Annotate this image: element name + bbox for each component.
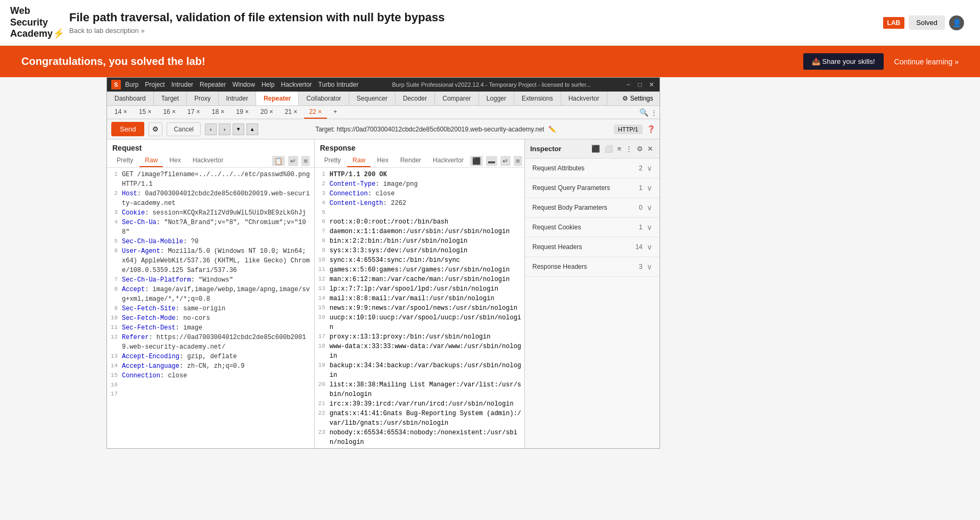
continue-link[interactable]: Continue learning »	[894, 57, 959, 66]
inspector-row[interactable]: Request Query Parameters1∨	[525, 178, 660, 198]
nav-buttons: ‹ › ▾ ▴	[205, 123, 258, 135]
menu-burp[interactable]: Burp	[125, 81, 138, 88]
line-content: list:x:38:38:Mailing List Manager:/var/l…	[330, 380, 524, 399]
response-code-area[interactable]: 1HTTP/1.1 200 OK2Content-Type: image/png…	[315, 168, 524, 448]
menu-project[interactable]: Project	[145, 81, 164, 88]
line-content: bin:x:2:2:bin:/bin:/usr/sbin/nologin	[330, 236, 524, 246]
edit-icon[interactable]: ✏️	[548, 126, 556, 133]
request-tab-raw[interactable]: Raw	[139, 154, 163, 167]
line-number: 12	[107, 333, 122, 352]
inspector-align-icon[interactable]: ≡	[616, 144, 622, 154]
settings-button[interactable]: ⚙ Settings	[616, 92, 660, 105]
banner-right: 📤 Share your skills! Continue learning »	[803, 53, 959, 70]
http-version-selector[interactable]: HTTP/1	[614, 125, 643, 134]
menu-turbo-intruder[interactable]: Turbo Intruder	[318, 81, 359, 88]
response-line: 17proxy:x:13:13:proxy:/bin:/usr/sbin/nol…	[315, 332, 524, 342]
solved-label: Solved	[916, 19, 937, 27]
request-line: 10Sec-Fetch-Mode: no-cors	[107, 313, 314, 323]
user-avatar[interactable]: 👤	[949, 15, 964, 30]
response-wrap-icon[interactable]: ≡	[514, 156, 522, 166]
line-content: backup:x:34:34:backup:/var/backups:/usr/…	[330, 361, 524, 380]
share-button[interactable]: 📤 Share your skills!	[803, 53, 884, 70]
tab-15[interactable]: 15 ×	[134, 106, 157, 119]
nav-back-button[interactable]: ‹	[205, 123, 217, 135]
nav-up-button[interactable]: ▴	[246, 123, 258, 135]
cancel-button[interactable]: Cancel	[167, 122, 200, 136]
request-tab-pretty[interactable]: Pretty	[111, 154, 138, 167]
tab-collaborator[interactable]: Collaborator	[299, 92, 349, 105]
menu-intruder[interactable]: Intruder	[171, 81, 193, 88]
help-icon[interactable]: ❓	[647, 125, 655, 133]
response-tab-hackvertor[interactable]: Hackvertor	[427, 154, 469, 167]
request-code-area[interactable]: 1GET /image?filename=../../../../etc/pas…	[107, 168, 314, 448]
inspector-view-icon1[interactable]: ⬛	[590, 144, 601, 154]
tab-21[interactable]: 21 ×	[279, 106, 303, 119]
inspector-view-icon2[interactable]: ⬜	[603, 144, 614, 154]
request-wrap-icon[interactable]: ≡	[301, 156, 310, 166]
tab-sequencer[interactable]: Sequencer	[349, 92, 396, 105]
tab-17[interactable]: 17 ×	[182, 106, 205, 119]
tab-decoder[interactable]: Decoder	[396, 92, 435, 105]
tab-extensions[interactable]: Extensions	[514, 92, 561, 105]
inspector-row[interactable]: Request Headers14∨	[525, 237, 660, 257]
tab-comparer[interactable]: Comparer	[435, 92, 479, 105]
tab-target[interactable]: Target	[154, 92, 187, 105]
line-number: 4	[107, 218, 122, 237]
minimize-button[interactable]: −	[624, 81, 632, 88]
inspector-row[interactable]: Request Body Parameters0∨	[525, 198, 660, 218]
inspector-row[interactable]: Request Attributes2∨	[525, 159, 660, 178]
tab-20[interactable]: 20 ×	[255, 106, 278, 119]
menu-window[interactable]: Window	[232, 81, 255, 88]
request-settings-button[interactable]: ⚙	[149, 122, 162, 136]
tab-logger[interactable]: Logger	[479, 92, 514, 105]
request-tab-hackvertor[interactable]: Hackvertor	[187, 154, 229, 167]
tab-more-icon[interactable]: ⋮	[650, 109, 657, 117]
line-number: 14	[315, 294, 330, 303]
request-copy-icon[interactable]: 📋	[272, 156, 285, 166]
nav-down-button[interactable]: ▾	[233, 123, 244, 135]
tab-dashboard[interactable]: Dashboard	[107, 92, 154, 105]
request-title: Request	[107, 139, 314, 154]
inspector-settings-icon[interactable]: ⚙	[636, 144, 644, 154]
line-content: man:x:6:12:man:/var/cache/man:/usr/sbin/…	[330, 275, 524, 284]
tab-18[interactable]: 18 ×	[207, 106, 230, 119]
response-tab-hex[interactable]: Hex	[372, 154, 393, 167]
tab-hackvertor[interactable]: Hackvertor	[561, 92, 607, 105]
response-ln-icon[interactable]: ↵	[500, 156, 510, 166]
inspector-close-icon[interactable]: ✕	[646, 144, 654, 154]
request-tab-icons: 📋 ↵ ≡	[272, 156, 310, 166]
response-view-icon1[interactable]: ⬛	[470, 156, 483, 166]
tab-add[interactable]: +	[328, 106, 342, 119]
tab-14[interactable]: 14 ×	[109, 106, 133, 119]
response-title: Response	[315, 139, 524, 154]
lab-title: File path traversal, validation of file …	[69, 11, 872, 24]
maximize-button[interactable]: □	[636, 81, 644, 88]
inspector-row[interactable]: Response Headers3∨	[525, 257, 660, 277]
inspector-split-icon[interactable]: ⋮	[624, 144, 633, 154]
logo-box: Web SecurityAcademy⚡	[16, 5, 59, 40]
tab-search-icon[interactable]: 🔍	[639, 108, 648, 117]
tab-22[interactable]: 22 ×	[304, 106, 327, 119]
response-view-icon2[interactable]: ▬	[486, 156, 497, 166]
response-tab-pretty[interactable]: Pretty	[319, 154, 346, 167]
response-tab-render[interactable]: Render	[395, 154, 426, 167]
back-link[interactable]: Back to lab description »	[69, 27, 872, 35]
request-tab-hex[interactable]: Hex	[164, 154, 186, 167]
tab-16[interactable]: 16 ×	[158, 106, 181, 119]
close-button[interactable]: ✕	[648, 81, 655, 88]
menu-hackvertor[interactable]: Hackvertor	[281, 81, 312, 88]
response-tab-raw[interactable]: Raw	[347, 154, 370, 167]
line-content: Connection: close	[122, 371, 314, 381]
request-ln-icon[interactable]: ↵	[288, 156, 298, 166]
menu-help[interactable]: Help	[261, 81, 275, 88]
tab-proxy[interactable]: Proxy	[187, 92, 219, 105]
tab-intruder[interactable]: Intruder	[219, 92, 256, 105]
tab-19[interactable]: 19 ×	[231, 106, 254, 119]
send-button[interactable]: Send	[111, 122, 144, 136]
inspector-row[interactable]: Request Cookies1∨	[525, 218, 660, 237]
request-line: 17	[107, 390, 314, 399]
tab-repeater[interactable]: Repeater	[256, 92, 299, 105]
line-number: 8	[315, 236, 330, 246]
menu-repeater[interactable]: Repeater	[200, 81, 226, 88]
nav-forward-button[interactable]: ›	[219, 123, 230, 135]
